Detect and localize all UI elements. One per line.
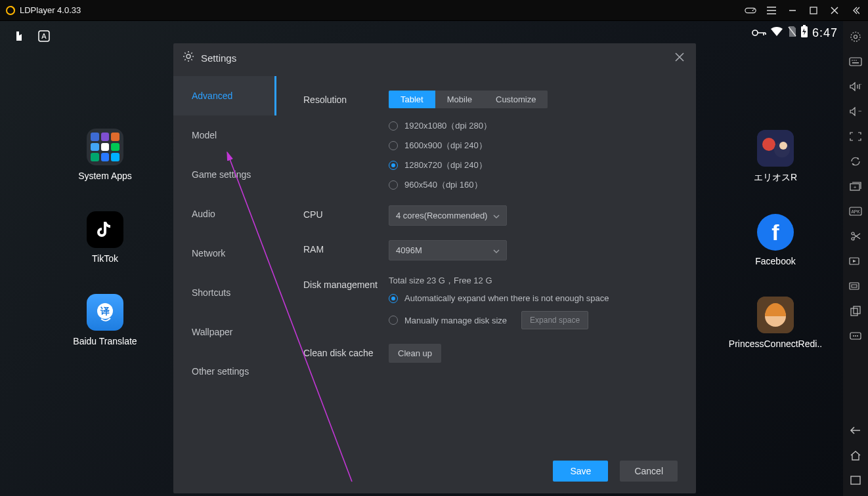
svg-rect-37: [852, 285, 857, 287]
volume-down-icon[interactable]: −: [847, 105, 864, 118]
resolution-mode-segment: Tablet Mobile Customize: [389, 91, 548, 108]
nav-wallpaper[interactable]: Wallpaper: [173, 312, 276, 352]
svg-text:译: 译: [100, 306, 110, 316]
scissors-icon[interactable]: [847, 230, 864, 243]
svg-rect-38: [851, 308, 857, 316]
svg-point-24: [854, 60, 855, 61]
expand-space-button[interactable]: Expand space: [521, 311, 588, 329]
seg-customize[interactable]: Customize: [484, 91, 548, 108]
app-princess-connect[interactable]: PrincessConnectRedi..: [736, 297, 815, 349]
settings-modal: Settings Advanced Model Game settings Au…: [173, 43, 696, 493]
settings-close-icon[interactable]: [672, 51, 687, 65]
svg-point-23: [852, 60, 853, 61]
settings-footer: Save Cancel: [173, 454, 696, 493]
settings-header: Settings: [173, 43, 696, 72]
fullscreen-icon[interactable]: [847, 130, 864, 143]
nav-other-settings[interactable]: Other settings: [173, 352, 276, 391]
res-1920x1080[interactable]: 1920x1080（dpi 280）: [389, 120, 672, 132]
multi-instance-icon[interactable]: +: [847, 180, 864, 193]
top-mini-icons: A: [12, 29, 51, 43]
settings-gear-icon[interactable]: [847, 30, 864, 43]
svg-point-42: [855, 335, 856, 337]
ram-select[interactable]: 4096M: [389, 240, 507, 260]
volume-up-icon[interactable]: +: [847, 80, 864, 93]
menu-icon[interactable]: [766, 5, 777, 16]
cancel-button[interactable]: Cancel: [620, 461, 678, 482]
keyboard-icon[interactable]: [847, 55, 864, 68]
nav-game-settings[interactable]: Game settings: [173, 155, 276, 194]
operation-record-icon[interactable]: [847, 279, 864, 293]
app-label: System Apps: [78, 171, 132, 181]
clean-label: Clean disk cache: [303, 344, 389, 358]
app-label: TikTok: [92, 253, 118, 264]
nav-advanced[interactable]: Advanced: [173, 76, 276, 115]
svg-point-33: [852, 232, 854, 235]
disk-size-info: Total size 23 G，Free 12 G: [389, 275, 672, 287]
svg-text:APK: APK: [851, 209, 860, 214]
recents-icon[interactable]: [847, 474, 864, 487]
seg-tablet[interactable]: Tablet: [389, 91, 435, 108]
back-icon[interactable]: [847, 424, 864, 437]
right-toolbar: + − + APK: [843, 21, 868, 496]
home-icon[interactable]: [847, 449, 864, 462]
apk-icon[interactable]: APK: [847, 205, 864, 218]
svg-point-34: [852, 238, 854, 240]
copy-icon[interactable]: [847, 304, 864, 318]
app-system-apps[interactable]: System Apps: [66, 129, 144, 181]
svg-rect-4: [810, 7, 817, 14]
save-button[interactable]: Save: [553, 461, 608, 482]
seg-mobile[interactable]: Mobile: [435, 91, 484, 108]
font-icon[interactable]: A: [37, 29, 51, 43]
app-tiktok[interactable]: TikTok: [66, 211, 144, 264]
app-title: LDPlayer 4.0.33: [20, 5, 81, 15]
svg-point-7: [752, 30, 758, 35]
svg-rect-22: [850, 58, 861, 66]
nav-shortcuts[interactable]: Shortcuts: [173, 273, 276, 312]
res-1600x900[interactable]: 1600x900（dpi 240）: [389, 140, 672, 152]
svg-point-18: [186, 54, 190, 58]
more-icon[interactable]: [847, 329, 864, 342]
nav-network[interactable]: Network: [173, 234, 276, 273]
no-sim-icon: [787, 26, 796, 41]
close-icon[interactable]: [829, 5, 840, 16]
app-label: Facebook: [755, 256, 795, 266]
chevron-down-icon: [493, 211, 500, 220]
record-icon[interactable]: [847, 255, 864, 268]
app-elios-r[interactable]: エリオスR: [736, 130, 815, 184]
minimize-icon[interactable]: [787, 5, 798, 16]
cpu-select[interactable]: 4 cores(Recommended): [389, 205, 507, 226]
ld-store-icon[interactable]: [12, 29, 26, 43]
app-label: Baidu Translate: [73, 336, 137, 346]
svg-point-25: [856, 60, 857, 61]
desktop-icons-left: System Apps TikTok 译 Baidu Translate: [66, 129, 144, 346]
android-status-bar: 6:47: [752, 25, 838, 41]
nav-model[interactable]: Model: [173, 115, 276, 155]
settings-nav: Advanced Model Game settings Audio Netwo…: [173, 72, 277, 454]
app-baidu-translate[interactable]: 译 Baidu Translate: [66, 294, 144, 346]
disk-auto-radio[interactable]: Automatically expand when there is not e…: [389, 293, 672, 303]
svg-rect-39: [854, 306, 860, 314]
svg-point-15: [779, 142, 787, 150]
desktop-icons-right: エリオスR f Facebook PrincessConnectRedi..: [726, 130, 825, 349]
app-facebook[interactable]: f Facebook: [736, 214, 815, 266]
svg-text:+: +: [854, 184, 857, 190]
svg-rect-36: [850, 283, 859, 289]
svg-point-21: [854, 35, 857, 39]
res-960x540[interactable]: 960x540（dpi 160）: [389, 179, 672, 191]
disk-manual-radio[interactable]: Manually manage disk size Expand space: [389, 311, 672, 329]
maximize-icon[interactable]: [808, 5, 819, 16]
app-label: PrincessConnectRedi..: [729, 339, 822, 349]
svg-point-3: [754, 9, 755, 10]
vpn-key-icon: [752, 27, 766, 40]
res-1280x720[interactable]: 1280x720（dpi 240）: [389, 159, 672, 171]
svg-rect-44: [851, 476, 860, 484]
titlebar: LDPlayer 4.0.33: [0, 0, 868, 21]
gear-icon: [183, 51, 194, 65]
gamepad-icon[interactable]: [745, 5, 756, 16]
collapse-icon[interactable]: [850, 5, 861, 16]
sync-icon[interactable]: [847, 155, 864, 168]
cleanup-button[interactable]: Clean up: [389, 344, 441, 363]
svg-rect-9: [803, 25, 806, 26]
app-label: エリオスR: [754, 172, 797, 184]
nav-audio[interactable]: Audio: [173, 194, 276, 234]
